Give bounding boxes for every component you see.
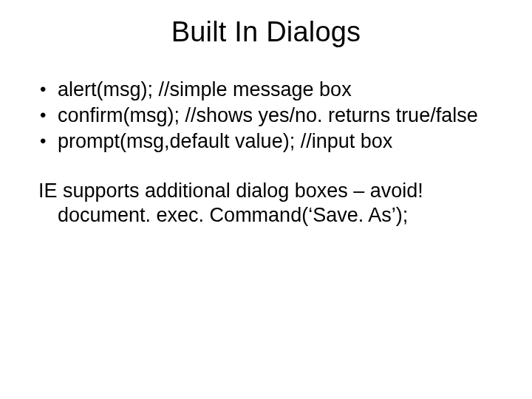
bullet-item: prompt(msg,default value); //input box (38, 129, 494, 154)
bullet-item: confirm(msg); //shows yes/no. returns tr… (38, 103, 494, 128)
footer-line-1: IE supports additional dialog boxes – av… (38, 179, 494, 203)
bullet-list: alert(msg); //simple message box confirm… (38, 78, 494, 154)
slide: Built In Dialogs alert(msg); //simple me… (0, 0, 532, 399)
slide-title: Built In Dialogs (0, 0, 532, 48)
slide-body: alert(msg); //simple message box confirm… (0, 48, 532, 228)
bullet-item: alert(msg); //simple message box (38, 78, 494, 102)
footer-line-2: document. exec. Command(‘Save. As’); (38, 203, 494, 228)
footer-paragraph: IE supports additional dialog boxes – av… (38, 179, 494, 228)
